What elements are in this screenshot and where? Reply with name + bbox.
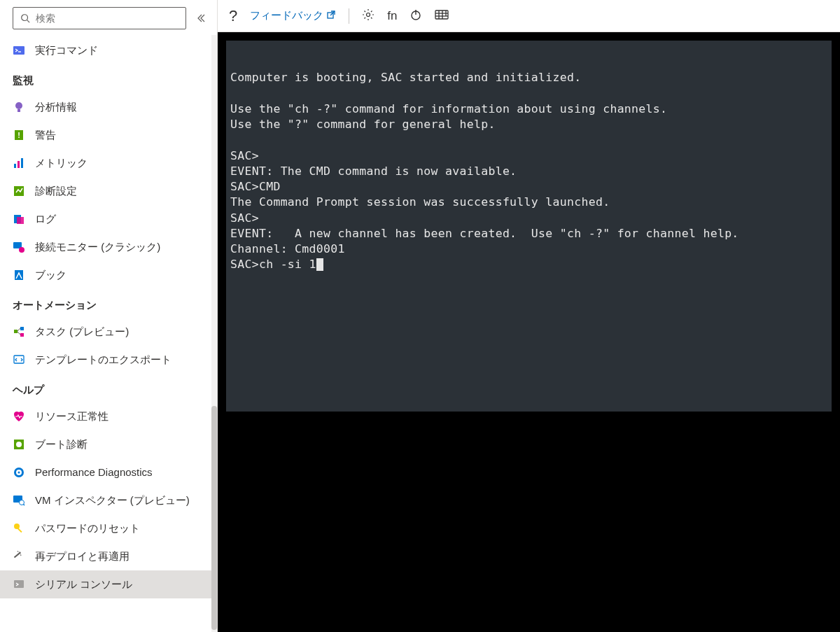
section-header-automation: オートメーション — [0, 289, 217, 318]
sidebar-item-alerts[interactable]: ! 警告 — [0, 121, 217, 149]
sidebar-item-resource-health[interactable]: リソース正常性 — [0, 402, 217, 430]
svg-point-27 — [18, 472, 20, 474]
password-reset-icon — [13, 522, 25, 535]
serial-console-terminal[interactable]: Computer is booting, SAC started and ini… — [226, 41, 832, 412]
connection-monitor-icon — [13, 241, 25, 253]
feedback-link[interactable]: フィードバック — [250, 9, 336, 22]
search-box[interactable] — [13, 7, 186, 29]
keyboard-icon — [435, 10, 449, 22]
sidebar-item-label: ブック — [35, 268, 66, 282]
sidebar-item-insights[interactable]: 分析情報 — [0, 93, 217, 121]
svg-rect-19 — [20, 333, 24, 337]
svg-point-36 — [367, 13, 370, 16]
sidebar-item-label: 警告 — [35, 128, 56, 142]
sidebar-item-redeploy[interactable]: 再デプロイと再適用 — [0, 542, 217, 570]
power-button[interactable] — [410, 8, 422, 24]
sidebar-item-diagnostics-settings[interactable]: 診断設定 — [0, 177, 217, 205]
search-icon — [19, 12, 31, 24]
svg-line-20 — [18, 328, 20, 331]
external-link-icon — [326, 10, 336, 22]
tasks-icon — [13, 325, 25, 338]
sidebar-item-label: ブート診断 — [35, 437, 88, 451]
svg-rect-17 — [14, 330, 18, 333]
performance-icon — [13, 466, 25, 479]
svg-line-1 — [27, 20, 30, 23]
sidebar-item-label: Performance Diagnostics — [35, 465, 153, 479]
sidebar-item-label: 実行コマンド — [35, 43, 98, 57]
feedback-label: フィードバック — [250, 9, 323, 22]
section-header-monitoring: 監視 — [0, 64, 217, 93]
svg-point-29 — [20, 500, 24, 505]
svg-point-15 — [19, 247, 24, 253]
svg-line-35 — [330, 11, 335, 15]
collapse-sidebar-button[interactable] — [192, 10, 209, 27]
power-icon — [410, 8, 422, 24]
svg-line-30 — [24, 505, 25, 506]
sidebar-item-label: シリアル コンソール — [35, 577, 132, 591]
sidebar: 実行コマンド 監視 分析情報 ! 警告 メトリック 診断設定 ログ 接 — [0, 0, 218, 632]
svg-point-0 — [22, 15, 28, 21]
sidebar-item-boot-diagnostics[interactable]: ブート診断 — [0, 430, 217, 458]
boot-diagnostics-icon — [13, 438, 25, 451]
sidebar-item-label: ログ — [35, 212, 56, 226]
section-header-help: ヘルプ — [0, 374, 217, 402]
main-area: ? フィードバック fn Computer is booting, SAC st… — [218, 0, 840, 632]
terminal-cursor — [316, 258, 323, 271]
sidebar-scrollbar-thumb[interactable] — [211, 406, 217, 630]
sidebar-item-label: タスク (プレビュー) — [35, 325, 129, 339]
sidebar-item-label: メトリック — [35, 156, 88, 170]
sidebar-item-run-command[interactable]: 実行コマンド — [0, 36, 217, 64]
svg-rect-32 — [18, 528, 22, 533]
search-input[interactable] — [36, 13, 180, 24]
sidebar-item-label: VM インスペクター (プレビュー) — [35, 493, 190, 507]
settings-button[interactable] — [362, 8, 374, 24]
diagnostics-icon — [13, 185, 25, 197]
logs-icon — [13, 213, 25, 225]
svg-point-4 — [15, 102, 22, 109]
svg-rect-2 — [13, 46, 24, 55]
svg-rect-8 — [14, 164, 16, 168]
toolbar: ? フィードバック fn — [218, 0, 840, 32]
sidebar-item-logs[interactable]: ログ — [0, 205, 217, 233]
search-row — [0, 0, 217, 36]
workbook-icon — [13, 269, 25, 281]
svg-rect-33 — [14, 580, 24, 588]
svg-rect-9 — [18, 161, 20, 168]
svg-point-24 — [16, 442, 22, 447]
alert-icon: ! — [13, 129, 25, 141]
svg-rect-10 — [21, 158, 23, 168]
serial-console-icon — [13, 578, 25, 591]
sidebar-item-password-reset[interactable]: パスワードのリセット — [0, 514, 217, 542]
vm-inspector-icon — [13, 494, 25, 507]
terminal-output: Computer is booting, SAC started and ini… — [230, 71, 739, 271]
sidebar-scrollbar-track[interactable] — [211, 35, 217, 632]
sidebar-item-serial-console[interactable]: シリアル コンソール — [0, 570, 217, 598]
sidebar-item-performance-diagnostics[interactable]: Performance Diagnostics — [0, 458, 217, 486]
health-icon — [13, 410, 25, 423]
sidebar-item-vm-inspector[interactable]: VM インスペクター (プレビュー) — [0, 486, 217, 514]
sidebar-item-label: 再デプロイと再適用 — [35, 549, 130, 563]
run-command-icon — [13, 44, 25, 57]
template-export-icon — [13, 353, 25, 366]
svg-line-21 — [18, 332, 20, 335]
gear-icon — [362, 8, 374, 24]
sidebar-item-workbooks[interactable]: ブック — [0, 261, 217, 289]
sidebar-item-export-template[interactable]: テンプレートのエクスポート — [0, 346, 217, 374]
sidebar-item-connection-monitor[interactable]: 接続モニター (クラシック) — [0, 233, 217, 261]
sidebar-item-label: テンプレートのエクスポート — [35, 353, 172, 367]
svg-rect-13 — [17, 217, 24, 224]
sidebar-item-tasks[interactable]: タスク (プレビュー) — [0, 318, 217, 346]
sidebar-item-label: 診断設定 — [35, 184, 77, 198]
fn-button[interactable]: fn — [387, 9, 397, 23]
metrics-icon — [13, 157, 25, 169]
sidebar-item-label: 分析情報 — [35, 100, 77, 114]
terminal-container: Computer is booting, SAC started and ini… — [218, 32, 840, 632]
insights-icon — [13, 101, 25, 113]
sidebar-item-metrics[interactable]: メトリック — [0, 149, 217, 177]
help-button[interactable]: ? — [229, 7, 237, 25]
svg-text:!: ! — [18, 131, 20, 139]
sidebar-item-label: 接続モニター (クラシック) — [35, 240, 160, 254]
toolbar-divider — [349, 8, 349, 24]
keyboard-button[interactable] — [435, 10, 449, 22]
sidebar-item-label: パスワードのリセット — [35, 521, 140, 535]
